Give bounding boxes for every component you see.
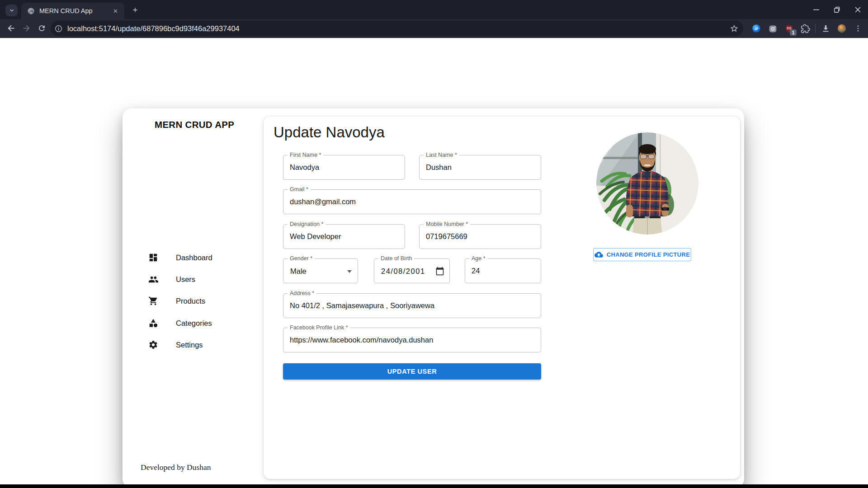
window-controls xyxy=(806,0,868,19)
extensions-area: 1 xyxy=(750,21,864,36)
reload-button[interactable] xyxy=(34,21,49,36)
plus-icon xyxy=(132,6,139,14)
address-bar[interactable]: localhost:5174/update/687896bc9d93f46a29… xyxy=(51,21,743,36)
adblock-shield-extension-icon[interactable]: 1 xyxy=(783,22,795,35)
chevron-down-icon xyxy=(8,7,15,14)
cloud-upload-icon xyxy=(594,250,603,259)
address-field[interactable]: Address * xyxy=(283,293,541,318)
url-text[interactable]: localhost:5174/update/687896bc9d93f46a29… xyxy=(67,24,730,33)
cart-icon xyxy=(148,296,159,306)
bookmark-star-icon[interactable] xyxy=(730,24,739,33)
gender-value: Male xyxy=(290,267,307,275)
tab-close-icon[interactable] xyxy=(111,6,120,15)
designation-label: Designation * xyxy=(288,221,326,228)
gmail-input[interactable] xyxy=(283,190,541,214)
sidebar-item-users[interactable]: Users xyxy=(144,268,253,290)
calendar-icon[interactable] xyxy=(435,267,444,276)
extensions-puzzle-icon[interactable] xyxy=(799,22,811,35)
sidebar-item-categories[interactable]: Categories xyxy=(144,312,253,334)
window-minimize-button[interactable] xyxy=(806,0,826,19)
date-of-birth-field[interactable]: Date of Birth 24/08/2001 xyxy=(374,258,450,283)
sidebar-item-label: Categories xyxy=(176,319,212,328)
gender-select[interactable]: Gender * Male xyxy=(283,258,358,283)
taskbar xyxy=(0,484,868,488)
sidebar-item-label: Dashboard xyxy=(176,253,212,262)
dropdown-arrow-icon[interactable] xyxy=(347,270,352,273)
window-close-button[interactable] xyxy=(847,0,868,19)
toolbar-divider xyxy=(815,24,816,33)
first-name-field[interactable]: First Name * xyxy=(283,155,405,180)
back-button[interactable] xyxy=(3,21,19,36)
sidebar-item-label: Settings xyxy=(176,341,203,349)
browser-tab[interactable]: MERN CRUD App xyxy=(21,3,124,19)
screen: MERN CRUD App xyxy=(0,0,868,488)
gear-icon xyxy=(148,339,159,350)
designation-field[interactable]: Designation * xyxy=(283,224,405,249)
tab-title: MERN CRUD App xyxy=(39,7,111,14)
forward-button[interactable] xyxy=(19,21,34,36)
app-card: MERN CRUD APP Dashboard Users Products xyxy=(123,108,744,488)
downloads-icon[interactable] xyxy=(819,22,832,35)
address-label: Address * xyxy=(288,290,316,297)
date-of-birth-value[interactable]: 24/08/2001 xyxy=(381,267,425,275)
mobile-number-field[interactable]: Mobile Number * xyxy=(419,224,541,249)
age-label: Age * xyxy=(469,255,488,263)
copilot-extension-icon[interactable] xyxy=(750,22,763,35)
users-icon xyxy=(148,274,159,285)
last-name-field[interactable]: Last Name * xyxy=(419,155,541,180)
sidebar-item-label: Products xyxy=(176,297,205,305)
browser-profile-avatar[interactable] xyxy=(835,22,848,35)
last-name-label: Last Name * xyxy=(424,151,459,159)
first-name-label: First Name * xyxy=(288,151,323,159)
browser-menu-kebab-icon[interactable] xyxy=(852,22,864,35)
update-user-button[interactable]: UPDATE USER xyxy=(283,363,541,380)
new-tab-button[interactable] xyxy=(129,4,141,16)
sidebar-item-label: Users xyxy=(176,275,195,284)
age-field[interactable]: Age * xyxy=(465,258,541,283)
camera-extension-icon[interactable] xyxy=(766,22,779,35)
profile-picture xyxy=(596,132,698,235)
gmail-label: Gmail * xyxy=(288,186,311,193)
sidebar-item-dashboard[interactable]: Dashboard xyxy=(144,247,253,268)
site-info-icon[interactable] xyxy=(54,24,63,33)
app-title: MERN CRUD APP xyxy=(155,119,234,130)
window-restore-button[interactable] xyxy=(826,0,847,19)
sidebar-item-settings[interactable]: Settings xyxy=(144,334,253,356)
browser-toolbar: localhost:5174/update/687896bc9d93f46a29… xyxy=(0,19,868,38)
category-icon xyxy=(148,318,159,328)
browser-tabstrip: MERN CRUD App xyxy=(0,0,868,19)
date-of-birth-label: Date of Birth xyxy=(378,255,414,263)
mobile-number-label: Mobile Number * xyxy=(424,221,470,228)
dashboard-icon xyxy=(148,252,159,263)
page-background: MERN CRUD APP Dashboard Users Products xyxy=(0,38,868,484)
page-title: Update Navodya xyxy=(274,124,385,141)
gmail-field[interactable]: Gmail * xyxy=(283,189,541,214)
tab-search-button[interactable] xyxy=(5,5,18,16)
sidebar-item-products[interactable]: Products xyxy=(144,290,253,312)
sidebar-footer: Developed by Dushan xyxy=(141,463,211,472)
update-form-panel: Update Navodya First Name * Last Name * … xyxy=(264,117,740,479)
globe-favicon-icon xyxy=(27,7,35,15)
extension-badge: 1 xyxy=(790,29,797,36)
change-profile-picture-label: CHANGE PROFILE PICTURE xyxy=(607,251,690,258)
gender-label: Gender * xyxy=(288,255,315,263)
address-input[interactable] xyxy=(283,294,541,318)
change-profile-picture-button[interactable]: CHANGE PROFILE PICTURE xyxy=(593,248,691,261)
facebook-link-label: Facebook Profile Link * xyxy=(288,324,350,332)
facebook-link-field[interactable]: Facebook Profile Link * xyxy=(283,328,541,352)
